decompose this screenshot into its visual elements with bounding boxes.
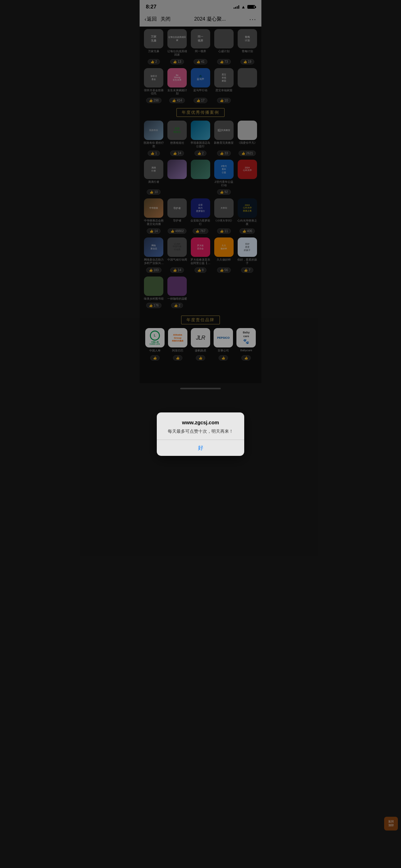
dialog-overlay: www.zgcsj.com 每天最多可点赞十次，明天再来！ 好 <box>140 0 261 394</box>
